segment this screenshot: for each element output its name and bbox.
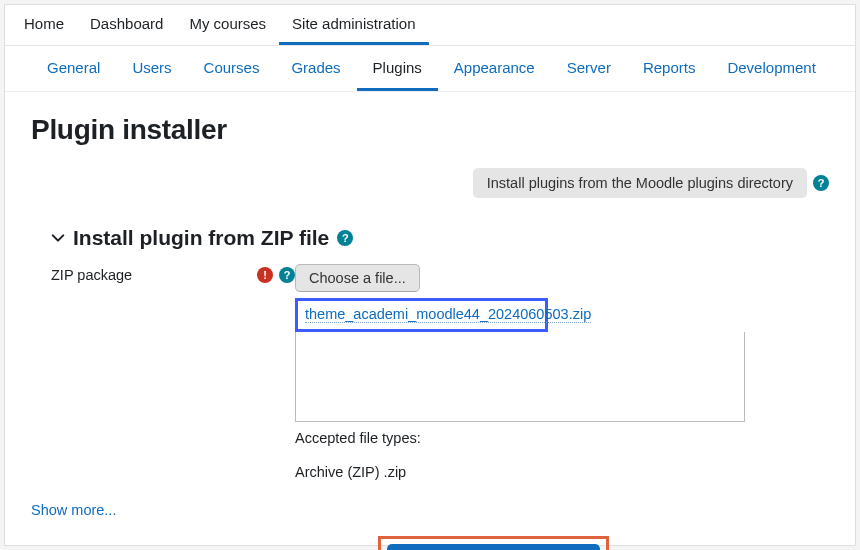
zip-package-field-col: Choose a file... theme_academi_moodle44_…: [295, 264, 829, 480]
install-from-directory-button[interactable]: Install plugins from the Moodle plugins …: [473, 168, 807, 198]
submit-highlight: Install plugin from the ZIP file: [378, 536, 609, 550]
nav-site-administration[interactable]: Site administration: [279, 5, 428, 45]
zip-package-label-col: ZIP package ! ?: [51, 264, 295, 283]
accepted-file-types-label: Accepted file types:: [295, 430, 829, 446]
install-plugin-button[interactable]: Install plugin from the ZIP file: [387, 544, 600, 550]
primary-nav: Home Dashboard My courses Site administr…: [5, 5, 855, 46]
tab-users[interactable]: Users: [116, 46, 187, 91]
file-drop-zone[interactable]: [295, 332, 745, 422]
zip-package-row: ZIP package ! ? Choose a file... theme_a…: [51, 264, 829, 480]
directory-row: Install plugins from the Moodle plugins …: [31, 168, 829, 198]
nav-dashboard[interactable]: Dashboard: [77, 5, 176, 45]
page-content: Plugin installer Install plugins from th…: [5, 92, 855, 550]
accepted-file-type-zip: Archive (ZIP) .zip: [295, 464, 829, 480]
tab-general[interactable]: General: [31, 46, 116, 91]
chevron-down-icon: [51, 231, 65, 245]
selected-file-highlight: theme_academi_moodle44_2024060503.zip: [295, 298, 548, 332]
tab-appearance[interactable]: Appearance: [438, 46, 551, 91]
required-icon: !: [257, 267, 273, 283]
show-more-link[interactable]: Show more...: [31, 502, 116, 518]
tab-reports[interactable]: Reports: [627, 46, 712, 91]
nav-my-courses[interactable]: My courses: [176, 5, 279, 45]
zip-package-label: ZIP package: [51, 267, 132, 283]
section-header[interactable]: Install plugin from ZIP file ?: [51, 226, 829, 250]
help-icon[interactable]: ?: [279, 267, 295, 283]
tab-development[interactable]: Development: [711, 46, 831, 91]
tab-courses[interactable]: Courses: [188, 46, 276, 91]
choose-file-button[interactable]: Choose a file...: [295, 264, 420, 292]
admin-tabs: General Users Courses Grades Plugins App…: [5, 46, 855, 92]
tab-plugins[interactable]: Plugins: [357, 46, 438, 91]
submit-row: Install plugin from the ZIP file: [31, 536, 829, 550]
tab-grades[interactable]: Grades: [275, 46, 356, 91]
section-title: Install plugin from ZIP file: [73, 226, 329, 250]
help-icon[interactable]: ?: [813, 175, 829, 191]
tab-server[interactable]: Server: [551, 46, 627, 91]
nav-home[interactable]: Home: [11, 5, 77, 45]
help-icon[interactable]: ?: [337, 230, 353, 246]
page-title: Plugin installer: [31, 114, 829, 146]
app-frame: Home Dashboard My courses Site administr…: [4, 4, 856, 546]
selected-file-link[interactable]: theme_academi_moodle44_2024060503.zip: [305, 306, 591, 323]
